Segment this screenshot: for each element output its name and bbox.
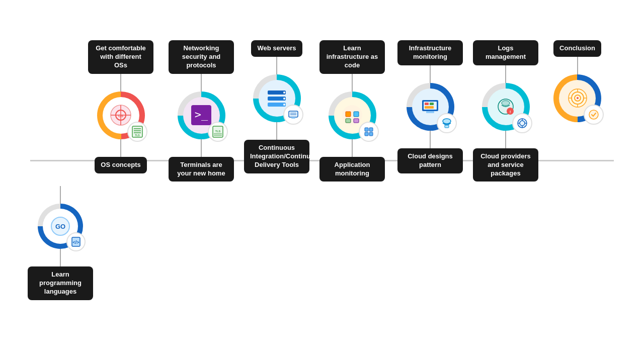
svg-point-30 <box>342 105 362 125</box>
svg-point-23 <box>283 92 285 94</box>
label-iac-top: Learn infrastructure as code <box>319 40 385 74</box>
secondary-circle-6 <box>437 113 457 133</box>
label-infra-bottom: Cloud designs pattern <box>397 148 463 173</box>
svg-rect-34 <box>354 119 359 123</box>
svg-rect-26 <box>289 111 298 117</box>
svg-rect-20 <box>268 90 286 95</box>
svg-rect-47 <box>445 125 449 128</box>
svg-point-25 <box>283 104 285 106</box>
svg-rect-33 <box>346 119 351 123</box>
label-web-bottom: Continuous Integration/Continuous Delive… <box>244 140 309 173</box>
canvas: GO </> Learn programming languages Get c… <box>0 0 644 362</box>
connector-top-8 <box>577 57 578 74</box>
svg-rect-21 <box>268 97 286 101</box>
svg-rect-38 <box>369 132 373 136</box>
svg-text:GO: GO <box>55 223 65 230</box>
primary-circle-6 <box>407 83 454 131</box>
connector-top-1 <box>60 186 61 204</box>
svg-text:!: ! <box>510 110 511 114</box>
svg-point-45 <box>443 119 451 124</box>
svg-rect-32 <box>354 112 359 117</box>
svg-point-49 <box>502 101 510 106</box>
svg-rect-35 <box>365 128 368 131</box>
svg-rect-36 <box>369 128 373 131</box>
node-os: Get comfortable with different OSs OS TL… <box>88 40 153 173</box>
node-web: Web servers Continuous Integration/Conti… <box>244 40 309 173</box>
connector-bottom-4 <box>276 122 277 140</box>
secondary-circle-3: TLS <box>208 122 228 142</box>
primary-circle-2: OS TLS <box>97 92 145 139</box>
node-terminal: Networking security and protocols >_ TLS… <box>169 40 234 182</box>
label-infra-top: Infrastructure monitoring <box>397 40 463 65</box>
svg-text:OS: OS <box>118 114 123 118</box>
node-logs: Logs management ! Cloud providers and se… <box>473 40 538 182</box>
primary-circle-3: >_ TLS <box>178 92 225 139</box>
node-iac: Learn infrastructure as code Application… <box>319 40 385 182</box>
svg-text:TLS: TLS <box>135 134 140 137</box>
svg-point-61 <box>577 97 579 99</box>
secondary-circle-1: </> <box>66 232 86 251</box>
node-conclusion: Conclusion <box>553 40 601 122</box>
connector-top-2 <box>120 74 121 92</box>
svg-rect-37 <box>365 132 368 136</box>
label-conclusion-top: Conclusion <box>553 40 601 57</box>
primary-circle-8 <box>553 74 601 122</box>
connector-bottom-6 <box>430 131 431 148</box>
connector-bottom-3 <box>201 139 202 157</box>
primary-circle-7: ! <box>482 83 530 131</box>
connector-top-4 <box>276 57 277 74</box>
secondary-circle-8 <box>584 105 604 125</box>
label-os-top: Get comfortable with different OSs <box>88 40 153 74</box>
label-learn-programming: Learn programming languages <box>28 266 93 300</box>
node-learn-programming: GO </> Learn programming languages <box>28 101 93 300</box>
primary-circle-4 <box>253 74 301 122</box>
connector-bottom-7 <box>505 131 506 148</box>
svg-text:TLS: TLS <box>215 130 220 133</box>
connector-bottom-1 <box>60 249 61 266</box>
svg-rect-42 <box>430 103 434 105</box>
primary-circle-1: GO </> <box>38 204 83 249</box>
svg-rect-43 <box>425 106 434 109</box>
secondary-circle-7 <box>512 113 532 133</box>
node-infra: Infrastructure monitoring Cloud designs … <box>397 40 463 173</box>
connector-bottom-2 <box>120 139 121 157</box>
connector-top-7 <box>505 65 506 83</box>
svg-point-66 <box>589 110 598 119</box>
connector-top-6 <box>430 65 431 83</box>
secondary-circle-4 <box>283 105 303 125</box>
primary-circle-5 <box>329 92 376 139</box>
svg-text:</>: </> <box>72 240 79 245</box>
secondary-circle-5 <box>359 122 379 142</box>
label-logs-bottom: Cloud providers and service packages <box>473 148 538 182</box>
connector-bottom-5 <box>352 139 353 157</box>
svg-rect-44 <box>426 111 434 113</box>
svg-point-24 <box>283 98 285 100</box>
label-os-bottom: OS concepts <box>95 157 146 173</box>
label-logs-top: Logs management <box>473 40 538 65</box>
secondary-circle-2: TLS <box>127 122 147 142</box>
svg-rect-22 <box>268 103 286 107</box>
label-iac-bottom: Application monitoring <box>319 157 385 182</box>
connector-top-3 <box>201 74 202 92</box>
svg-rect-41 <box>425 103 429 105</box>
svg-rect-29 <box>291 117 295 119</box>
label-terminal-bottom: Terminals are your new home <box>169 157 234 182</box>
svg-text:>_: >_ <box>195 108 208 121</box>
svg-rect-31 <box>346 112 351 117</box>
label-terminal-top: Networking security and protocols <box>169 40 234 74</box>
label-web-top: Web servers <box>251 40 302 57</box>
connector-top-5 <box>352 74 353 92</box>
